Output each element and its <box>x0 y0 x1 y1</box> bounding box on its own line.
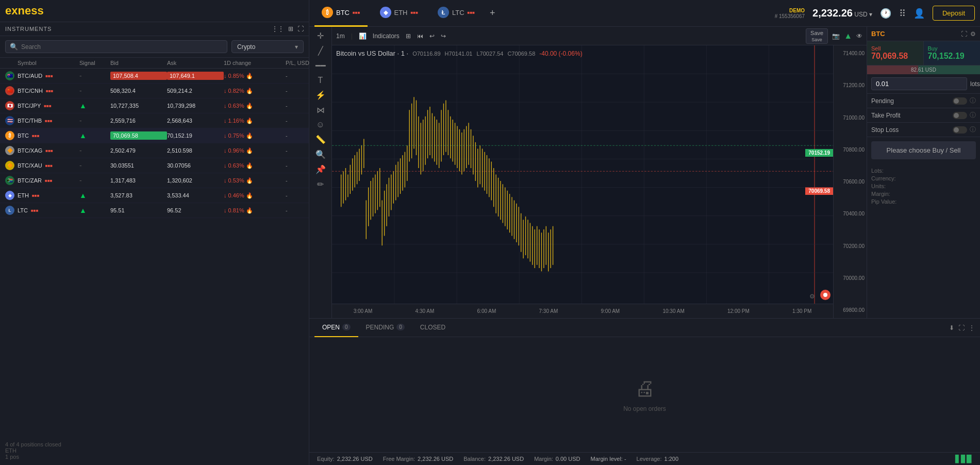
equity-item: Equity: 2,232.26 USD <box>317 456 373 462</box>
pending-switch[interactable] <box>953 97 967 105</box>
symbol-icon-cell: 🇹🇭 <box>5 116 18 125</box>
chevron-down-icon: ▾ <box>295 43 298 51</box>
list-item[interactable]: 🇹🇭 BTC/THB ■■■ - 2,559,716 2,568,643 ↓1.… <box>0 113 309 128</box>
signal-btczar: - <box>79 176 110 185</box>
pending-badge: 0 <box>396 324 405 330</box>
ask-btcthb: 2,568,643 <box>167 118 224 124</box>
measure-icon[interactable]: 📏 <box>315 135 326 144</box>
settings-panel-icon[interactable]: ⚙ <box>970 30 976 38</box>
list-item[interactable]: 🔶 BTC/XAG ■■■ - 2,502.479 2,510.598 ↓0.9… <box>0 143 309 158</box>
save-button[interactable]: SaveSave <box>806 28 828 44</box>
tab-eth[interactable]: ◆ ETH ■■■ <box>373 0 426 27</box>
list-item[interactable]: 🇿🇦 BTC/ZAR ■■■ - 1,317,483 1,320,602 ↓0.… <box>0 173 309 188</box>
tab-btc[interactable]: ₿ BTC ■■■ <box>314 0 368 27</box>
list-item[interactable]: 🇯🇵 BTC/JPY ■■■ ▲ 10,727,335 10,739,298 ↓… <box>0 98 309 113</box>
download-icon[interactable]: ⬇ <box>949 324 954 331</box>
record-button[interactable] <box>820 290 830 300</box>
fib-tool-icon[interactable]: ⚡ <box>315 90 326 100</box>
signal-btcaud: - <box>79 72 110 80</box>
list-item[interactable]: Ł LTC ■■■ ▲ 95.51 96.52 ↓0.81%🔥 - ☆ <box>0 203 309 218</box>
grid-icon[interactable]: ⋮⋮ <box>272 25 284 32</box>
symbol-name-cell: BTC ■■■ <box>18 132 79 139</box>
list-item[interactable]: ₿ BTC ■■■ ▲ 70,069.58 70,152.19 ↓0.75%🔥 … <box>0 128 309 143</box>
list-item[interactable]: 🇦🇺 BTC/AUD ■■■ - 107,508.4 107,649.1 ↓0.… <box>0 69 309 84</box>
margin-value: 0.00 USD <box>556 456 580 462</box>
draw-icon[interactable]: ✏ <box>317 179 324 189</box>
y-label-2: 71200.00 <box>836 82 865 88</box>
bid-ltc: 95.51 <box>110 207 167 213</box>
go-back-icon[interactable]: ⏮ <box>417 32 423 40</box>
stoploss-switch[interactable] <box>953 126 967 134</box>
chart-svg <box>332 45 833 304</box>
signal-indicator: ▋▊▉ <box>955 455 972 463</box>
stoploss-toggle-row: Stop Loss ⓘ <box>867 123 980 137</box>
zoom-icon[interactable]: 🔍 <box>315 150 326 159</box>
free-margin-label: Free Margin: <box>383 456 415 462</box>
tab-open[interactable]: OPEN 0 <box>314 319 358 337</box>
ohlc-change: -40.00 (-0.06%) <box>539 50 582 57</box>
lots-input[interactable] <box>871 77 967 90</box>
lots-row: lots ▾ <box>867 74 980 94</box>
clock-icon[interactable]: 🕐 <box>880 8 891 19</box>
emoji-icon[interactable]: ☺ <box>316 120 324 129</box>
timeframe-1m[interactable]: 1m <box>336 32 345 40</box>
crosshair-icon[interactable]: ✛ <box>317 31 324 41</box>
y-label-5: 70600.00 <box>836 179 865 185</box>
line-tool-icon[interactable]: ╱ <box>318 46 323 56</box>
chart-settings-icon[interactable]: ⚙ <box>809 293 815 300</box>
list-item[interactable]: 🇨🇳 BTC/CNH ■■■ - 508,320.4 509,214.2 ↓0.… <box>0 84 309 98</box>
screenshot-icon[interactable]: 📷 <box>832 32 840 40</box>
list-item[interactable]: ◆ ETH ■■■ ▲ 3,527.83 3,533.44 ↓0.46%🔥 - … <box>0 188 309 203</box>
pattern-icon[interactable]: ⋈ <box>317 105 325 115</box>
sl-controls: ⓘ <box>953 125 976 134</box>
tab-ltc[interactable]: Ł LTC ■■■ <box>430 0 482 27</box>
search-input[interactable] <box>21 43 223 51</box>
spread-sell-bg <box>867 65 918 74</box>
record-inner <box>823 293 827 297</box>
expand-icon[interactable]: ⛶ <box>297 25 304 32</box>
bottom-panel: OPEN 0 PENDING 0 CLOSED ⬇ ⛶ ⋮ 🖨 <box>309 318 980 452</box>
expand-panel-icon[interactable]: ⛶ <box>961 30 967 38</box>
symbol-icon-cell: 🇯🇵 <box>5 101 18 110</box>
chart-main: 1m | 📊 Indicators ⊞ ⏮ ↩ ↪ SaveSave 📷 ▲ 👁 <box>332 27 867 318</box>
list-item[interactable]: 🔶 BTC/XAU ■■■ - 30.03551 30.07056 ↓0.63%… <box>0 158 309 173</box>
tab-btc-label: BTC <box>336 9 350 16</box>
chart-type-icon[interactable]: 📊 <box>359 32 367 40</box>
signal-btc: ▲ <box>79 131 110 140</box>
layout-icon[interactable]: ⊞ <box>288 25 293 32</box>
symbol-icon-cell: 🔶 <box>5 161 18 170</box>
deposit-button[interactable]: Deposit <box>933 6 975 21</box>
choose-buy-sell-button[interactable]: Please choose Buy / Sell <box>871 141 976 159</box>
symbol-name-cell: BTC/THB ■■■ <box>18 118 79 124</box>
horizontal-line-icon[interactable]: ━━ <box>315 61 326 71</box>
tab-closed[interactable]: CLOSED <box>412 319 453 337</box>
tp-info-icon[interactable]: ⓘ <box>970 111 976 120</box>
pending-info-icon[interactable]: ⓘ <box>970 96 976 105</box>
indicators-btn[interactable]: Indicators <box>373 32 400 40</box>
text-tool-icon[interactable]: T <box>318 76 323 85</box>
tab-pending[interactable]: PENDING 0 <box>358 319 412 337</box>
takeprofit-switch[interactable] <box>953 112 967 119</box>
detail-pip: Pip Value: <box>871 198 976 205</box>
resize-icon[interactable]: ⛶ <box>958 324 965 331</box>
pin-icon[interactable]: 📌 <box>315 164 326 174</box>
redo-icon[interactable]: ↪ <box>441 32 446 40</box>
add-tab-button[interactable]: + <box>490 8 495 19</box>
more-icon[interactable]: ⋮ <box>969 324 975 331</box>
sl-info-icon[interactable]: ⓘ <box>970 125 976 134</box>
detail-margin: Margin: <box>871 191 976 197</box>
buy-box: Buy 70,152.19 <box>924 41 981 65</box>
account-icon[interactable]: 👤 <box>913 8 925 19</box>
grid-icon[interactable]: ⠿ <box>899 8 906 19</box>
price-up-icon[interactable]: ▲ <box>844 31 852 41</box>
symbol-icon-cell: 🇿🇦 <box>5 176 18 185</box>
lots-details: Lots: Currency: Units: Margin: Pip Value… <box>867 163 980 209</box>
bid-btcthb: 2,559,716 <box>110 118 167 124</box>
filter-dropdown[interactable]: Crypto ▾ <box>231 40 304 53</box>
undo-icon[interactable]: ↩ <box>429 32 435 40</box>
watchlist-icon[interactable]: 👁 <box>856 32 862 40</box>
open-badge: 0 <box>342 324 351 330</box>
templates-icon[interactable]: ⊞ <box>406 32 411 40</box>
symbol-icon-cell: 🇨🇳 <box>5 86 18 95</box>
detail-units: Units: <box>871 183 976 189</box>
